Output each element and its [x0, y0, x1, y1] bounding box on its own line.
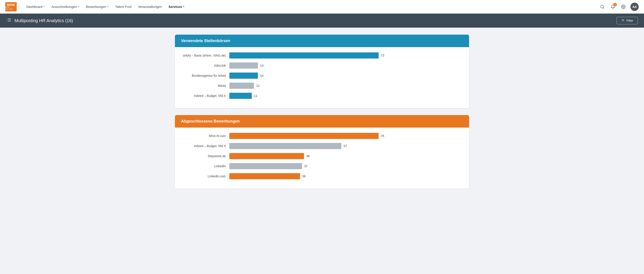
chart-card-stellenboersen: Verwendete Stellenbörsenonlyfy – Basic (…: [175, 35, 469, 108]
chart-bar-container: 11: [229, 93, 463, 99]
chart-bar: [229, 173, 300, 179]
chart-value: 14: [260, 64, 264, 67]
gear-icon: [621, 4, 626, 9]
nav-item-dashboard[interactable]: Dashboard▾: [24, 3, 48, 10]
nav-item-ausschreibungen[interactable]: Ausschreibungen▾: [49, 3, 82, 10]
chart-value: 57: [344, 144, 347, 148]
chart-bar-container: 14: [229, 62, 463, 69]
chart-label: LinkedIn: [181, 164, 229, 168]
chart-value: 73: [381, 54, 384, 57]
nav-items: Dashboard▾Ausschreibungen▾Bewerbungen▾Ta…: [24, 3, 599, 10]
chart-value: 37: [304, 164, 308, 168]
chart-bar-container: 14: [229, 72, 463, 79]
chart-bar: [229, 72, 258, 79]
chart-label: Mitula: [181, 84, 229, 87]
chart-bar-container: 36: [229, 173, 463, 179]
chart-bar-container: 73: [229, 52, 463, 58]
nav-item-talent-pool[interactable]: Talent Pool: [112, 3, 134, 10]
chart-bar-container: 38: [229, 153, 463, 159]
chart-bar: [229, 153, 304, 159]
chart-label: Indeed – Budget: 550 €: [181, 94, 229, 98]
chart-row: LinkedIn37: [181, 163, 463, 169]
chart-row: Stepstone.de38: [181, 153, 463, 159]
notifications-icon-btn[interactable]: 1: [609, 3, 616, 10]
chart-body-stellenboersen: onlyfy – Basic (ehem. XING.de)73JobisJob…: [175, 47, 469, 108]
nav-item-veranstaltungen[interactable]: Veranstaltungen: [136, 3, 164, 10]
chart-bar: [229, 133, 379, 139]
chart-value: 12: [256, 84, 260, 87]
chart-value: 38: [306, 154, 310, 158]
chart-body-bewerbungen: Mhm-hr.com76Indeed – Budget: 550 €57Step…: [175, 128, 469, 189]
chart-label: Indeed – Budget: 550 €: [181, 144, 229, 148]
chart-bar-container: 37: [229, 163, 463, 169]
search-icon-btn[interactable]: [599, 3, 606, 10]
chart-bar-container: 12: [229, 83, 463, 89]
user-avatar[interactable]: AA: [630, 3, 639, 11]
nav-item-bewerbungen[interactable]: Bewerbungen▾: [83, 3, 111, 10]
chart-row: Bundesagentur für Arbeit14: [181, 72, 463, 79]
chart-bar-container: 76: [229, 133, 463, 139]
settings-icon-btn[interactable]: [620, 3, 627, 10]
subheader: Multiposting HR Analytics (16) Filter: [0, 13, 644, 28]
svg-point-2: [623, 6, 624, 7]
chart-row: Indeed – Budget: 550 €11: [181, 93, 463, 99]
chart-bar: [229, 52, 379, 58]
chevron-down-icon: ▾: [183, 5, 184, 8]
page-title: Multiposting HR Analytics (16): [14, 18, 73, 23]
chart-bar: [229, 93, 252, 99]
logo[interactable]: MHM MHM-HR.COM: [5, 2, 17, 11]
nav-item-services[interactable]: Services▾: [166, 3, 187, 10]
chart-row: onlyfy – Basic (ehem. XING.de)73: [181, 52, 463, 58]
chart-label: Mhm-hr.com: [181, 134, 229, 138]
chart-row: Linkedin.com36: [181, 173, 463, 179]
nav-actions: 1 AA: [599, 3, 639, 11]
logo-text-bottom: MHM-HR.COM: [5, 6, 17, 10]
chart-value: 36: [302, 175, 306, 178]
chart-label: Linkedin.com: [181, 175, 229, 178]
chart-row: Mitula12: [181, 83, 463, 89]
chart-bar: [229, 163, 302, 169]
search-icon: [600, 4, 604, 9]
chart-label: Bundesagentur für Arbeit: [181, 74, 229, 77]
chevron-down-icon: ▾: [107, 5, 109, 8]
chart-bar: [229, 143, 341, 149]
navbar: MHM MHM-HR.COM Dashboard▾Ausschreibungen…: [0, 0, 644, 13]
chevron-down-icon: ▾: [44, 5, 45, 8]
chart-row: JobisJob14: [181, 62, 463, 69]
subheader-left: Multiposting HR Analytics (16): [6, 17, 73, 24]
logo-text-top: MHM: [7, 3, 15, 6]
chart-label: Stepstone.de: [181, 154, 229, 158]
chart-label: onlyfy – Basic (ehem. XING.de): [181, 54, 229, 57]
chart-bar-container: 57: [229, 143, 463, 149]
chart-header-bewerbungen: Abgeschlossene Bewerbungen: [175, 115, 469, 128]
chevron-down-icon: ▾: [78, 5, 79, 8]
filter-button[interactable]: Filter: [616, 17, 638, 24]
chart-bar: [229, 83, 254, 89]
list-icon: [6, 17, 12, 24]
chart-row: Mhm-hr.com76: [181, 133, 463, 139]
filter-icon: [621, 19, 625, 22]
svg-line-1: [603, 7, 604, 8]
main-content: Verwendete Stellenbörsenonlyfy – Basic (…: [158, 28, 486, 203]
chart-value: 14: [260, 74, 264, 77]
chart-card-bewerbungen: Abgeschlossene BewerbungenMhm-hr.com76In…: [175, 115, 469, 189]
chart-row: Indeed – Budget: 550 €57: [181, 143, 463, 149]
chart-label: JobisJob: [181, 64, 229, 67]
chart-value: 11: [254, 94, 258, 98]
notification-badge: 1: [613, 3, 617, 6]
chart-bar: [229, 62, 258, 69]
chart-value: 76: [381, 134, 384, 138]
chart-header-stellenboersen: Verwendete Stellenbörsen: [175, 35, 469, 47]
